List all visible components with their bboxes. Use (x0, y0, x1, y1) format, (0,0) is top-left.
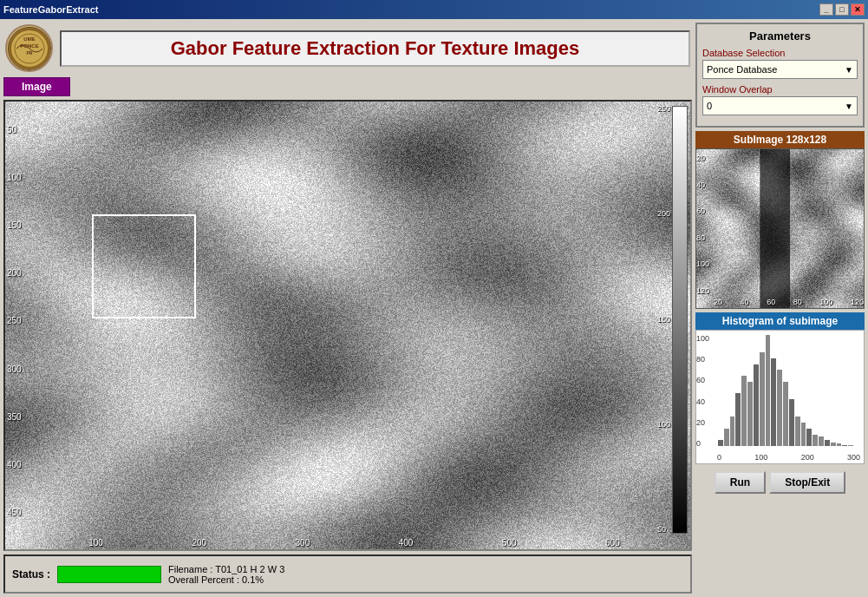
subimage-title: SubImage 128x128 (695, 131, 865, 148)
hist-bar-5 (747, 382, 753, 446)
filename-text: Filename : T01_01 H 2 W 3 (168, 564, 284, 574)
status-label: Status : (12, 568, 50, 581)
hist-bar-22 (848, 445, 853, 446)
database-select[interactable]: Ponce Database ▼ (702, 60, 858, 79)
sub-x-120: 120 (851, 298, 864, 306)
sub-x-100: 100 (819, 298, 832, 306)
histogram-section: Histogram of subimage 100 80 60 40 20 0 … (695, 312, 865, 464)
svg-text:PR: PR (26, 50, 32, 56)
status-indicator (57, 566, 161, 583)
run-button[interactable]: Run (715, 471, 766, 494)
cb-tick-200: 200 (657, 209, 670, 218)
x-tick-400: 400 (399, 538, 414, 548)
sub-x-80: 80 (793, 298, 802, 306)
hist-bar-16 (813, 435, 818, 446)
parameters-box: Parameters Database Selection Ponce Data… (695, 23, 865, 128)
y-tick-400: 400 (7, 460, 42, 469)
hist-x-200: 200 (801, 453, 814, 462)
hist-bar-3 (735, 393, 741, 446)
hist-bar-4 (741, 376, 747, 446)
image-tab-bar: Image (3, 77, 692, 96)
close-button[interactable]: ✕ (851, 3, 865, 16)
hist-bar-11 (783, 382, 788, 446)
hist-y-axis: 100 80 60 40 20 0 (696, 334, 717, 448)
sub-y-100: 100 (696, 259, 715, 268)
y-tick-150: 150 (7, 220, 42, 230)
minimize-button[interactable]: _ (819, 3, 833, 16)
db-dropdown-arrow: ▼ (845, 65, 853, 75)
parameters-title: Parameters (702, 30, 858, 43)
hist-y-60: 60 (696, 376, 717, 384)
sub-x-40: 40 (741, 298, 749, 306)
sub-y-80: 80 (696, 233, 715, 242)
subimage-section: SubImage 128x128 20 40 60 80 100 120 20 … (695, 131, 865, 309)
hist-x-0: 0 (717, 453, 721, 462)
hist-y-40: 40 (696, 397, 717, 406)
app-title: Gabor Feature Extraction For Texture Ima… (171, 37, 580, 59)
titlebar: FeatureGaborExtract _ □ ✕ (0, 0, 868, 19)
svg-text:PONCE: PONCE (20, 43, 38, 49)
hist-bar-0 (718, 440, 723, 446)
hist-bar-19 (831, 443, 836, 446)
subimage-display: 20 40 60 80 100 120 20 40 60 80 100 120 (695, 148, 865, 309)
y-tick-50: 50 (7, 125, 42, 134)
hist-bar-20 (837, 443, 842, 446)
stop-exit-button[interactable]: Stop/Exit (769, 471, 845, 494)
overlap-value: 0 (707, 101, 712, 111)
logo-inner: UME PONCE PR (8, 27, 51, 70)
y-axis: 50 100 150 200 250 300 350 400 450 (7, 106, 42, 536)
titlebar-controls: _ □ ✕ (819, 3, 865, 16)
hist-x-100: 100 (754, 453, 767, 462)
hist-bar-6 (754, 364, 759, 446)
sub-y-60: 60 (696, 207, 715, 215)
image-tab[interactable]: Image (3, 77, 70, 96)
selection-rectangle (92, 214, 196, 318)
cb-tick-150: 150 (657, 315, 670, 324)
hist-bar-14 (801, 423, 806, 446)
logo: UME PONCE PR (5, 24, 53, 72)
hist-bar-17 (819, 436, 824, 446)
status-info: Filename : T01_01 H 2 W 3 Overall Percen… (168, 564, 284, 585)
maximize-button[interactable]: □ (835, 3, 849, 16)
db-label: Database Selection (702, 48, 858, 58)
overlap-select[interactable]: 0 ▼ (702, 96, 858, 115)
hist-y-100: 100 (696, 334, 717, 343)
hist-bar-2 (730, 417, 735, 446)
svg-text:UME: UME (23, 36, 35, 42)
sub-y-axis: 20 40 60 80 100 120 (696, 154, 715, 295)
histogram-title: Histogram of subimage (695, 312, 865, 330)
histogram-display: 100 80 60 40 20 0 0 100 200 300 (695, 330, 865, 464)
image-display: 50 100 150 200 250 300 350 400 450 100 2… (3, 100, 692, 551)
sub-y-40: 40 (696, 180, 715, 189)
hist-bar-7 (760, 352, 765, 446)
y-tick-350: 350 (7, 412, 42, 422)
hist-bar-18 (825, 440, 830, 446)
x-axis: 100 200 300 400 500 600 (44, 538, 664, 548)
histogram-bars (718, 335, 859, 446)
x-tick-300: 300 (296, 538, 310, 548)
right-panel: Parameters Database Selection Ponce Data… (695, 23, 865, 594)
status-bar: Status : Filename : T01_01 H 2 W 3 Overa… (3, 554, 692, 594)
hist-x-300: 300 (847, 453, 860, 462)
hist-bar-13 (795, 417, 800, 446)
cb-tick-100: 100 (657, 420, 670, 429)
cb-tick-50: 50 (657, 525, 670, 534)
hist-y-0: 0 (696, 439, 717, 448)
y-tick-300: 300 (7, 364, 42, 374)
overlap-dropdown-arrow: ▼ (845, 102, 853, 111)
y-tick-250: 250 (7, 316, 42, 325)
y-tick-100: 100 (7, 173, 42, 182)
cb-tick-250: 250 (657, 104, 670, 113)
logo-svg: UME PONCE PR (10, 29, 49, 69)
percent-text: Overall Percent : 0.1% (168, 574, 284, 585)
hist-bar-1 (724, 429, 729, 446)
hist-bar-21 (842, 445, 847, 446)
sub-x-60: 60 (767, 298, 775, 306)
sub-x-20: 20 (714, 298, 722, 306)
sub-y-120: 120 (696, 286, 715, 295)
hist-y-20: 20 (696, 418, 717, 427)
subimage-canvas (696, 149, 864, 308)
x-tick-500: 500 (502, 538, 517, 548)
hist-bar-9 (771, 358, 776, 446)
colorbar (672, 106, 688, 534)
